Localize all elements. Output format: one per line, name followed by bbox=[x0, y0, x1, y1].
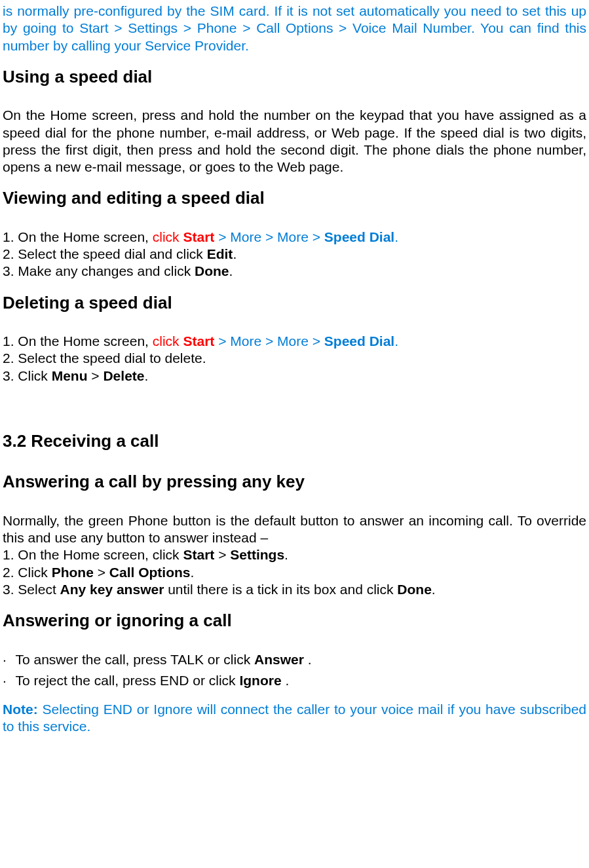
step-text: More > More > bbox=[230, 229, 324, 244]
step-text: > bbox=[94, 565, 109, 580]
heading-receiving-call: 3.2 Receiving a call bbox=[3, 430, 586, 452]
answering-any-steps: 1. On the Home screen, click Start > Set… bbox=[3, 546, 586, 598]
step-text: . bbox=[233, 246, 237, 261]
step-text: Settings bbox=[230, 547, 284, 562]
note-label: Note: bbox=[3, 702, 38, 717]
step-text: Done bbox=[195, 263, 229, 278]
heading-viewing-editing: Viewing and editing a speed dial bbox=[3, 187, 586, 209]
heading-using-speed-dial: Using a speed dial bbox=[3, 66, 586, 88]
step-text: . bbox=[190, 565, 194, 580]
step-text: . bbox=[284, 547, 288, 562]
answer-ignore-bullets: · To answer the call, press TALK or clic… bbox=[3, 651, 586, 690]
heading-deleting: Deleting a speed dial bbox=[3, 292, 586, 314]
answering-any-intro: Normally, the green Phone button is the … bbox=[3, 512, 586, 547]
using-speed-dial-body: On the Home screen, press and hold the n… bbox=[3, 107, 586, 176]
step-text: More > More > bbox=[230, 333, 324, 349]
note-body: Selecting END or Ignore will connect the… bbox=[3, 702, 586, 734]
step-text: Menu bbox=[52, 368, 88, 383]
step-text: click bbox=[153, 229, 183, 244]
step-text: > bbox=[214, 229, 230, 244]
viewing-editing-steps: 1. On the Home screen, click Start > Mor… bbox=[3, 229, 586, 280]
step-text: 1. On the Home screen, click bbox=[3, 547, 183, 562]
bullet-text: To reject the call, press END or click bbox=[15, 673, 239, 688]
step-text: until there is a tick in its box and cli… bbox=[164, 582, 397, 597]
step-text: 3. Make any changes and click bbox=[3, 263, 195, 278]
step-text: Edit bbox=[207, 246, 233, 261]
step-text: > bbox=[214, 333, 230, 349]
step-text: Start bbox=[183, 333, 214, 349]
step-text: 1. On the Home screen, bbox=[3, 229, 153, 244]
step-text: Call Options bbox=[109, 565, 191, 580]
step-text: . bbox=[432, 582, 436, 597]
step-text: . bbox=[144, 368, 148, 383]
step-text: Done bbox=[397, 582, 432, 597]
step-text: 2. Select the speed dial to delete. bbox=[3, 350, 586, 367]
step-text: Start bbox=[183, 229, 214, 244]
step-text: Speed Dial bbox=[324, 229, 394, 244]
heading-answering-any-key: Answering a call by pressing any key bbox=[3, 471, 586, 493]
bullet-text: . bbox=[304, 652, 312, 667]
step-text: 2. Click bbox=[3, 565, 52, 580]
step-text: Any key answer bbox=[60, 582, 164, 597]
step-text: Phone bbox=[52, 565, 94, 580]
step-text: Start bbox=[183, 547, 214, 562]
bullet-icon: · bbox=[3, 651, 12, 668]
step-text: Speed Dial bbox=[324, 333, 394, 349]
deleting-steps: 1. On the Home screen, click Start > Mor… bbox=[3, 333, 586, 385]
bullet-text: Ignore bbox=[239, 673, 281, 688]
step-text: . bbox=[229, 263, 233, 278]
step-text: > bbox=[214, 547, 230, 562]
step-text: click bbox=[153, 333, 183, 349]
heading-answering-ignoring: Answering or ignoring a call bbox=[3, 610, 586, 632]
step-text: . bbox=[394, 333, 398, 349]
bullet-text: . bbox=[282, 673, 290, 688]
step-text: > bbox=[88, 368, 104, 383]
step-text: 2. Select the speed dial and click bbox=[3, 246, 207, 261]
step-text: 3. Select bbox=[3, 582, 60, 597]
step-text: 1. On the Home screen, bbox=[3, 333, 153, 349]
note-text: Note: Selecting END or Ignore will conne… bbox=[3, 701, 586, 736]
intro-text: is normally pre-configured by the SIM ca… bbox=[3, 3, 586, 54]
bullet-text: Answer bbox=[254, 652, 304, 667]
step-text: 3. Click bbox=[3, 368, 52, 383]
bullet-text: To answer the call, press TALK or click bbox=[15, 652, 254, 667]
step-text: Delete bbox=[103, 368, 144, 383]
step-text: . bbox=[394, 229, 398, 244]
bullet-icon: · bbox=[3, 672, 12, 689]
